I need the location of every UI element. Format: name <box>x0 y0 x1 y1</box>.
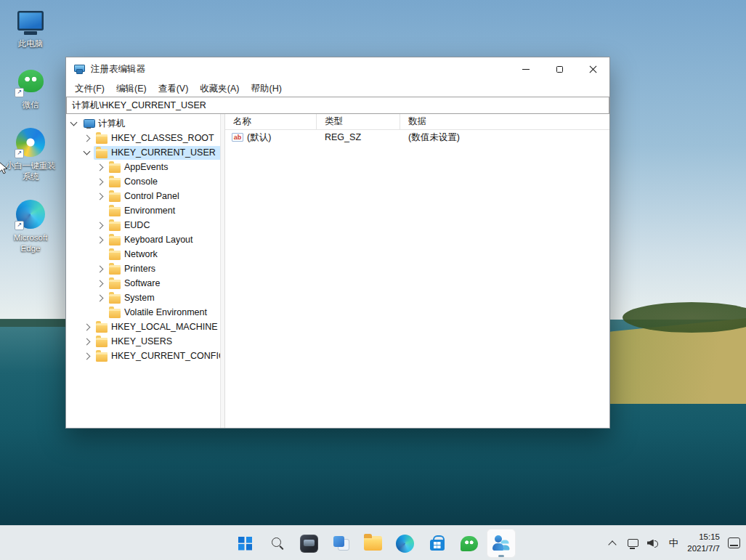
maximize-icon <box>556 66 563 73</box>
tree-item[interactable]: Printers <box>66 261 220 276</box>
tree-item-core[interactable]: HKEY_CLASSES_ROOT <box>94 131 219 145</box>
tree-item[interactable]: HKEY_LOCAL_MACHINE <box>66 320 220 334</box>
ime-indicator[interactable]: 中 <box>665 529 681 558</box>
column-header-type[interactable]: 类型 <box>317 114 400 129</box>
network-button[interactable] <box>625 529 641 558</box>
menu-item[interactable]: 文件(F) <box>69 81 110 97</box>
tree-item-core[interactable]: System <box>107 291 160 305</box>
tree-item[interactable]: Console <box>66 174 220 189</box>
value-row[interactable]: ab (默认) REG_SZ (数值未设置) <box>225 130 609 145</box>
menu-item[interactable]: 编辑(E) <box>110 81 153 97</box>
tree-item-core[interactable]: Console <box>107 175 163 189</box>
tree-item-icon <box>96 352 108 362</box>
chevron-icon[interactable] <box>97 163 104 171</box>
desktop-icon-wechat[interactable]: 微信 <box>3 67 58 110</box>
wechat-button[interactable] <box>455 529 484 558</box>
taskbar-app-icon <box>271 537 284 550</box>
address-bar[interactable]: 计算机\HKEY_CURRENT_USER <box>66 97 609 114</box>
clock[interactable]: 15:15 2021/7/7 <box>687 532 720 554</box>
tree-item-core[interactable]: Printers <box>107 262 161 276</box>
chevron-icon[interactable] <box>97 294 104 301</box>
tree-item-core[interactable]: HKEY_USERS <box>94 335 177 349</box>
chevron-icon[interactable] <box>84 134 91 142</box>
tree-item[interactable]: HKEY_USERS <box>66 334 220 349</box>
tree-item[interactable]: 计算机 <box>66 116 220 131</box>
tree-item-core[interactable]: HKEY_LOCAL_MACHINE <box>94 320 220 334</box>
tree-item[interactable]: HKEY_CURRENT_USER <box>66 145 220 160</box>
tree-item-label: EUDC <box>124 220 150 230</box>
address-bar-container: 计算机\HKEY_CURRENT_USER <box>66 97 609 114</box>
chevron-icon[interactable] <box>84 323 91 330</box>
tree-item[interactable]: HKEY_CLASSES_ROOT <box>66 131 220 145</box>
chevron-icon[interactable] <box>97 222 104 229</box>
desktop-icon-edge[interactable]: Microsoft Edge <box>3 200 58 254</box>
minimize-button[interactable] <box>509 57 543 81</box>
edge-button[interactable] <box>391 529 420 558</box>
tree-item[interactable]: Environment <box>66 203 220 218</box>
menu-item[interactable]: 查看(V) <box>153 81 195 97</box>
chevron-icon[interactable] <box>97 280 104 287</box>
tree-item[interactable]: Keyboard Layout <box>66 232 220 247</box>
column-header-name[interactable]: 名称 <box>225 114 317 129</box>
taskbar-app-icon <box>396 535 414 553</box>
tree-item-core[interactable]: HKEY_CURRENT_CONFIG <box>94 349 220 363</box>
taskbar-app-icon <box>333 536 349 551</box>
tree-item-core[interactable]: AppEvents <box>107 161 173 174</box>
taskbar: 中 15:15 2021/7/7 <box>0 525 746 560</box>
active-app-button[interactable] <box>487 529 516 558</box>
column-header-data[interactable]: 数据 <box>400 114 609 129</box>
maximize-button[interactable] <box>543 57 576 81</box>
tree-item[interactable]: EUDC <box>66 218 220 232</box>
notification-button[interactable] <box>726 529 742 558</box>
tree-item[interactable]: System <box>66 291 220 305</box>
tree-item-icon <box>109 280 121 289</box>
tree-item-core[interactable]: Control Panel <box>107 190 185 203</box>
taskbar-app-icon <box>364 536 382 551</box>
desktop-icon-xiaobai[interactable]: 小白一键重装系统 <box>3 128 58 182</box>
close-button[interactable] <box>576 57 609 81</box>
tree-item-core[interactable]: Environment <box>107 204 180 218</box>
value-list-pane: 名称 类型 数据 ab (默认) REG_SZ (数值未设置) <box>225 114 609 428</box>
menu-item[interactable]: 收藏夹(A) <box>194 81 245 97</box>
title-bar[interactable]: 注册表编辑器 <box>66 57 609 81</box>
tree-item[interactable]: AppEvents <box>66 160 220 174</box>
volume-button[interactable] <box>645 529 661 558</box>
tree-item-core[interactable]: Volatile Environment <box>107 306 212 320</box>
microsoft-store-button[interactable] <box>423 529 452 558</box>
pane-splitter[interactable] <box>220 114 225 428</box>
tree-item-label: 计算机 <box>98 118 126 130</box>
tree-item[interactable]: Network <box>66 247 220 261</box>
tree-item[interactable]: Software <box>66 276 220 291</box>
chevron-icon[interactable] <box>84 338 91 345</box>
chevron-icon[interactable] <box>97 236 104 243</box>
start-button[interactable] <box>231 529 260 558</box>
chevron-icon[interactable] <box>84 148 91 155</box>
chevron-icon[interactable] <box>97 192 104 200</box>
task-view-button[interactable] <box>327 529 356 558</box>
chevron-icon[interactable] <box>97 265 104 272</box>
value-data: (数值未设置) <box>400 131 609 144</box>
tree-item-label: Environment <box>124 206 175 216</box>
desktop-icon-this-pc[interactable]: 此电脑 <box>3 6 58 49</box>
tree-item-icon <box>109 163 121 173</box>
tree-item-icon <box>96 338 108 347</box>
tree-item[interactable]: Volatile Environment <box>66 305 220 320</box>
tree-item-core[interactable]: HKEY_CURRENT_USER <box>94 146 220 160</box>
network-icon <box>628 539 638 547</box>
tree-item-core[interactable]: Keyboard Layout <box>107 233 198 247</box>
hidden-icons-button[interactable] <box>604 529 620 558</box>
tree-item[interactable]: HKEY_CURRENT_CONFIG <box>66 349 220 363</box>
chevron-icon[interactable] <box>84 352 91 360</box>
pinned-app-button[interactable] <box>295 529 324 558</box>
search-button[interactable] <box>263 529 292 558</box>
chevron-icon[interactable] <box>70 119 78 126</box>
app-icon <box>16 200 45 229</box>
tree-item-core[interactable]: Software <box>107 277 165 291</box>
tree-item-core[interactable]: Network <box>107 248 163 261</box>
tree-item-core[interactable]: 计算机 <box>81 116 131 131</box>
tree-item-core[interactable]: EUDC <box>107 219 155 232</box>
tree-item[interactable]: Control Panel <box>66 189 220 203</box>
menu-item[interactable]: 帮助(H) <box>245 81 287 97</box>
chevron-icon[interactable] <box>97 178 104 185</box>
file-explorer-button[interactable] <box>359 529 388 558</box>
